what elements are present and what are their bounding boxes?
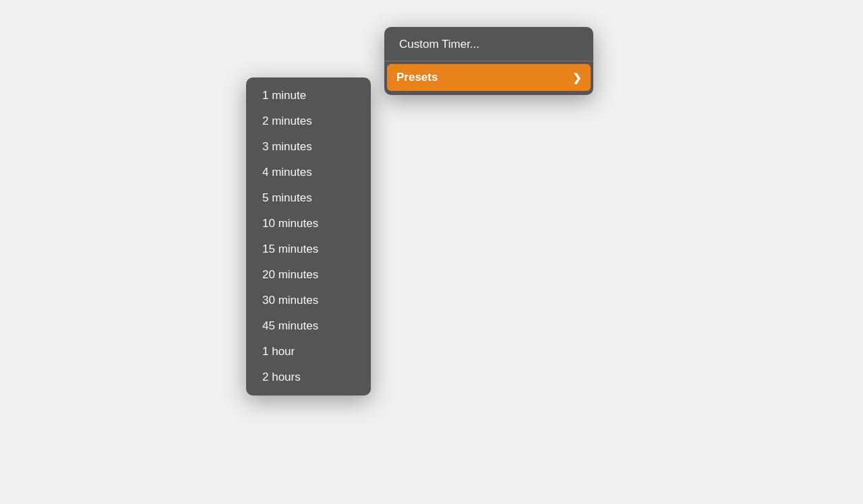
submenu-item[interactable]: 30 minutes xyxy=(249,288,368,313)
submenu-item[interactable]: 20 minutes xyxy=(249,262,368,288)
menu-separator xyxy=(384,61,593,61)
submenu-item[interactable]: 2 minutes xyxy=(249,108,368,134)
presets-submenu: 1 minute2 minutes3 minutes4 minutes5 min… xyxy=(246,77,371,396)
presets-item[interactable]: Presets ❯ xyxy=(387,64,591,91)
submenu-item[interactable]: 2 hours xyxy=(249,365,368,390)
main-menu: Custom Timer... Presets ❯ xyxy=(384,27,593,95)
menu-container: Custom Timer... Presets ❯ 1 minute2 minu… xyxy=(384,27,593,95)
submenu-item[interactable]: 45 minutes xyxy=(249,313,368,339)
submenu-item[interactable]: 1 minute xyxy=(249,83,368,108)
submenu-item[interactable]: 5 minutes xyxy=(249,185,368,211)
presets-label: Presets xyxy=(396,71,438,84)
submenu-item[interactable]: 15 minutes xyxy=(249,237,368,262)
submenu-item[interactable]: 1 hour xyxy=(249,339,368,365)
custom-timer-item[interactable]: Custom Timer... xyxy=(387,31,591,58)
submenu-item[interactable]: 3 minutes xyxy=(249,134,368,160)
chevron-right-icon: ❯ xyxy=(572,71,581,84)
submenu-item[interactable]: 4 minutes xyxy=(249,160,368,185)
submenu-item[interactable]: 10 minutes xyxy=(249,211,368,237)
